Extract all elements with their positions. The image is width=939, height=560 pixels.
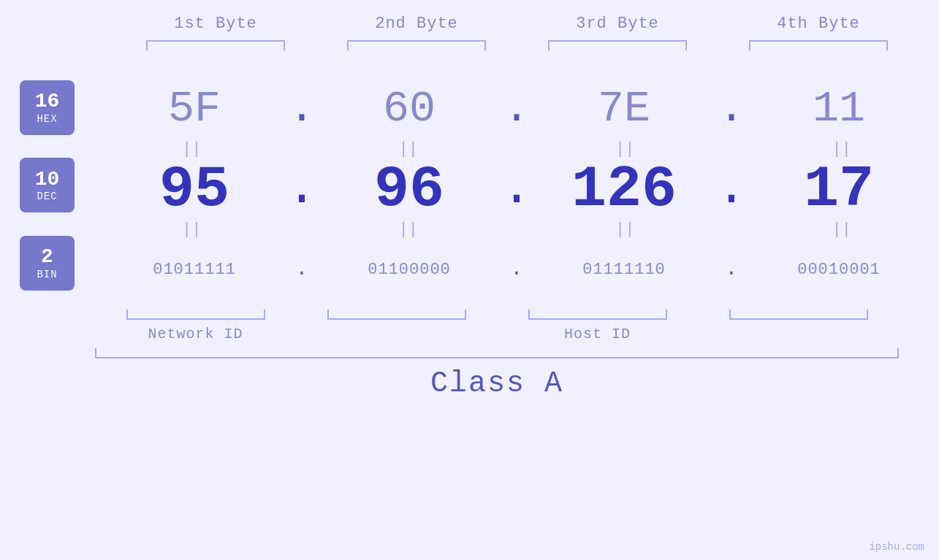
bracket-bottom-1	[126, 310, 265, 320]
bracket-cell-4	[718, 40, 919, 50]
bin-cell-1: 01011111	[94, 261, 294, 279]
dec-row: 95 . 96 . 126 . 17	[94, 160, 939, 218]
bracket-cell-3	[517, 40, 718, 50]
bin-value-4: 00010001	[797, 261, 881, 279]
dec-cell-3: 126	[524, 156, 724, 223]
byte4-header: 4th Byte	[718, 15, 919, 33]
bracket-bottom-cell-1	[95, 310, 296, 320]
host-id-label: Host ID	[296, 326, 899, 342]
badge-hex-label: HEX	[37, 113, 57, 125]
bracket-top-1	[146, 40, 285, 50]
badge-bin: 2 BIN	[20, 236, 75, 291]
bin-value-2: 01100000	[368, 261, 451, 279]
equals-row-2: || || || ||	[94, 218, 939, 240]
hex-row: 5F . 60 . 7E . 11	[94, 80, 939, 138]
hex-cell-2: 60	[309, 84, 509, 134]
data-grid: 5F . 60 . 7E . 11 || ||	[94, 80, 939, 299]
bracket-bottom-2	[327, 310, 466, 320]
hex-cell-3: 7E	[524, 84, 724, 134]
bottom-brackets-row	[95, 310, 899, 320]
byte-headers: 1st Byte 2nd Byte 3rd Byte 4th Byte	[115, 15, 919, 33]
dec-value-1: 95	[159, 156, 229, 223]
bracket-bottom-cell-3	[497, 310, 698, 320]
bracket-cell-1	[115, 40, 316, 50]
bin-value-3: 01111110	[582, 261, 666, 279]
dec-cell-1: 95	[94, 156, 294, 223]
dec-value-2: 96	[374, 156, 444, 223]
bracket-top-2	[347, 40, 486, 50]
class-label: Class A	[95, 367, 899, 400]
badge-bin-label: BIN	[37, 269, 57, 280]
equals-cell-1b: ||	[94, 220, 289, 239]
rows-area: 16 HEX 10 DEC 2 BIN 5F . 60	[0, 72, 939, 306]
badge-dec-label: DEC	[37, 191, 57, 202]
hex-value-2: 60	[383, 84, 436, 134]
byte3-header: 3rd Byte	[517, 15, 718, 33]
hex-cell-4: 11	[739, 84, 939, 134]
byte1-header: 1st Byte	[115, 15, 316, 33]
watermark: ipshu.com	[869, 541, 924, 553]
equals-cell-4b: ||	[745, 220, 940, 239]
id-labels-row: Network ID Host ID	[95, 326, 899, 342]
bracket-bottom-cell-2	[296, 310, 497, 320]
bin-cell-3: 01111110	[524, 261, 724, 279]
bracket-bottom-3	[528, 310, 667, 320]
byte2-header: 2nd Byte	[316, 15, 517, 33]
bottom-area: Network ID Host ID Class A	[0, 310, 939, 400]
bracket-cell-2	[316, 40, 517, 50]
hex-value-1: 5F	[168, 84, 221, 134]
top-brackets	[115, 40, 919, 50]
bin-cell-4: 00010001	[739, 261, 939, 279]
bracket-top-3	[548, 40, 687, 50]
badge-hex-num: 16	[35, 91, 60, 113]
badge-dec: 10 DEC	[20, 158, 75, 212]
bin-row: 01011111 . 01100000 . 01111110 . 0001000…	[94, 240, 939, 299]
hex-cell-1: 5F	[94, 84, 294, 134]
badge-hex: 16 HEX	[20, 80, 75, 135]
dec-cell-4: 17	[739, 156, 939, 223]
badges-wrapper: 16 HEX 10 DEC 2 BIN	[0, 72, 94, 306]
bracket-bottom-cell-4	[698, 310, 899, 320]
equals-cell-2b: ||	[311, 220, 506, 239]
main-container: 1st Byte 2nd Byte 3rd Byte 4th Byte 16 H…	[0, 0, 939, 560]
badge-dec-num: 10	[35, 169, 60, 191]
hex-value-4: 11	[813, 84, 865, 134]
hex-value-3: 7E	[598, 84, 650, 134]
badge-bin-num: 2	[41, 246, 53, 269]
bin-value-1: 01011111	[153, 261, 236, 279]
dec-cell-2: 96	[309, 156, 509, 223]
equals-cell-3b: ||	[528, 220, 723, 239]
dec-value-3: 126	[571, 156, 677, 223]
bracket-top-4	[749, 40, 888, 50]
bin-cell-2: 01100000	[309, 261, 509, 279]
network-id-label: Network ID	[95, 326, 296, 342]
dec-value-4: 17	[804, 156, 874, 223]
full-bracket-row	[95, 348, 899, 358]
bracket-bottom-4	[729, 310, 868, 320]
